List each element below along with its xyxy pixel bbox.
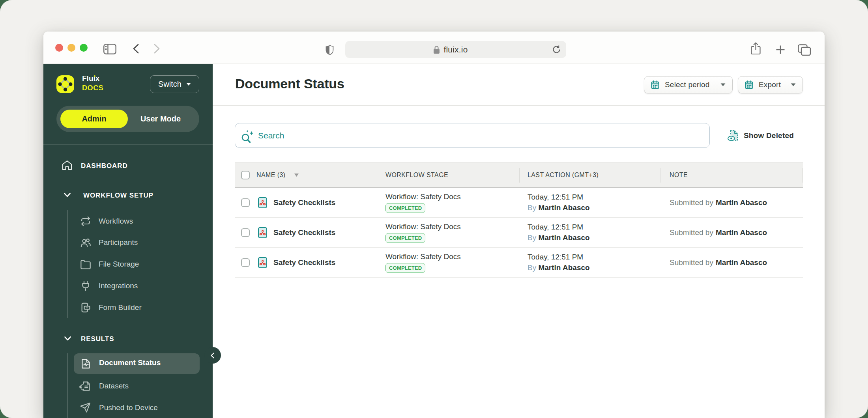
integrations-icon	[80, 280, 92, 291]
results-chevron-icon[interactable]	[64, 336, 71, 341]
show-deleted-label: Show Deleted	[744, 131, 794, 140]
file-storage-icon	[80, 259, 92, 270]
select-period-button[interactable]: Select period	[644, 76, 733, 93]
minimize-window-button[interactable]	[67, 44, 75, 52]
mode-toggle-admin[interactable]: Admin	[60, 110, 128, 128]
status-badge: COMPLETED	[385, 203, 425, 213]
note-name: Martin Abasco	[716, 228, 767, 237]
close-window-button[interactable]	[55, 44, 63, 52]
by-name: Martin Abasco	[538, 203, 589, 212]
note-cell: Submitted by Martin Abasco	[670, 218, 767, 247]
note-name: Martin Abasco	[716, 198, 767, 207]
column-separator	[519, 168, 520, 183]
last-action-time: Today, 12:51 PM	[528, 223, 583, 231]
new-tab-icon[interactable]	[776, 45, 785, 54]
pdf-file-icon	[258, 227, 267, 238]
switch-button[interactable]: Switch	[150, 75, 199, 93]
last-action-time: Today, 12:51 PM	[528, 193, 583, 202]
desktop-background: fluix.io	[0, 0, 868, 418]
column-header-workflow-stage[interactable]: WORKFLOW STAGE	[385, 162, 448, 187]
workflows-icon	[80, 216, 92, 227]
sidebar-item-pushed-to-device[interactable]: Pushed to Device	[99, 403, 158, 412]
sidebar-item-datasets[interactable]: Datasets	[99, 382, 129, 390]
export-calendar-icon	[745, 80, 753, 89]
last-action-time: Today, 12:51 PM	[528, 253, 583, 261]
search-input[interactable]	[258, 123, 653, 147]
table-row[interactable]: Safety Checklists Workflow: Safety Docs …	[235, 188, 803, 218]
mode-toggle: Admin User Mode	[56, 106, 199, 132]
note-cell: Submitted by Martin Abasco	[670, 188, 767, 217]
tab-overview-icon[interactable]	[798, 44, 811, 56]
brand-i-dot	[94, 75, 95, 77]
sidebar-divider	[43, 144, 213, 145]
maximize-window-button[interactable]	[80, 44, 88, 52]
select-all-checkbox[interactable]	[241, 171, 250, 179]
pushed-to-device-icon	[80, 402, 91, 413]
collapse-chevron-icon	[211, 353, 214, 358]
sidebar-item-form-builder[interactable]: Form Builder	[99, 303, 142, 312]
show-deleted-toggle[interactable]: Show Deleted	[728, 130, 794, 141]
brand-text: Fluix DOCS	[82, 75, 103, 91]
fluix-logo	[56, 75, 74, 93]
column-header-name[interactable]: NAME (3)	[256, 162, 299, 187]
app-frame: Fluix DOCS Switch Admin User Mode	[43, 64, 825, 418]
browser-window: fluix.io	[43, 32, 825, 418]
table-row[interactable]: Safety Checklists Workflow: Safety Docs …	[235, 218, 803, 248]
by-prefix: By	[528, 263, 536, 272]
toggle-sidebar-icon[interactable]	[103, 44, 116, 54]
by-name: Martin Abasco	[538, 233, 589, 242]
row-checkbox[interactable]	[241, 198, 250, 207]
sidebar-item-workflows[interactable]: Workflows	[99, 217, 133, 226]
status-badge: COMPLETED	[385, 263, 425, 273]
note-prefix: Submitted by	[670, 258, 713, 267]
column-separator	[660, 168, 660, 183]
by-prefix: By	[528, 233, 536, 242]
results-guide-line	[67, 353, 68, 418]
document-name: Safety Checklists	[273, 188, 335, 217]
sidebar-item-document-status-label: Document Status	[99, 358, 161, 367]
column-header-note[interactable]: NOTE	[670, 162, 688, 187]
sidebar-collapse-button[interactable]	[204, 347, 221, 364]
note-name: Martin Abasco	[716, 258, 767, 267]
row-checkbox[interactable]	[241, 258, 250, 267]
by-name: Martin Abasco	[538, 263, 589, 272]
table-row[interactable]: Safety Checklists Workflow: Safety Docs …	[235, 248, 803, 278]
chevron-down-icon	[186, 83, 191, 86]
export-label: Export	[759, 80, 781, 89]
workflow-stage-text: Workflow: Safety Docs	[385, 222, 461, 231]
brand-name: Fluix	[82, 75, 99, 82]
sidebar-item-integrations[interactable]: Integrations	[99, 282, 138, 290]
reload-icon[interactable]	[552, 45, 561, 54]
mode-toggle-user[interactable]: User Mode	[125, 106, 196, 132]
participants-icon	[80, 237, 92, 248]
address-bar[interactable]: fluix.io	[345, 41, 566, 58]
page-title: Document Status	[235, 76, 344, 91]
privacy-shield-icon[interactable]	[325, 45, 334, 56]
workflow-setup-chevron-icon[interactable]	[64, 193, 71, 197]
forward-button-icon[interactable]	[154, 44, 160, 54]
sidebar-section-results[interactable]: RESULTS	[81, 335, 114, 343]
pdf-file-icon	[258, 257, 267, 268]
search-sparkles-icon	[241, 128, 255, 143]
table-header: NAME (3) WORKFLOW STAGE LAST ACTION (GMT…	[235, 162, 803, 188]
home-icon	[62, 160, 73, 171]
sidebar-item-file-storage[interactable]: File Storage	[99, 260, 139, 269]
column-header-last-action[interactable]: LAST ACTION (GMT+3)	[528, 162, 599, 187]
sidebar-item-dashboard[interactable]: DASHBOARD	[81, 162, 128, 170]
export-button[interactable]: Export	[738, 76, 803, 93]
search-box	[235, 123, 710, 148]
note-prefix: Submitted by	[670, 228, 713, 237]
back-button-icon[interactable]	[133, 44, 139, 54]
sidebar-item-participants[interactable]: Participants	[99, 238, 138, 247]
document-name: Safety Checklists	[273, 248, 335, 277]
brand-product: DOCS	[82, 84, 103, 91]
column-separator	[377, 168, 377, 183]
pdf-file-icon	[258, 197, 267, 208]
row-checkbox[interactable]	[241, 228, 250, 237]
datasets-icon	[79, 381, 91, 392]
calendar-icon	[651, 80, 659, 89]
chevron-down-icon	[720, 83, 726, 87]
share-icon[interactable]	[751, 42, 761, 55]
status-badge: COMPLETED	[385, 233, 425, 243]
sidebar-section-workflow-setup[interactable]: WORKFLOW SETUP	[83, 192, 153, 200]
